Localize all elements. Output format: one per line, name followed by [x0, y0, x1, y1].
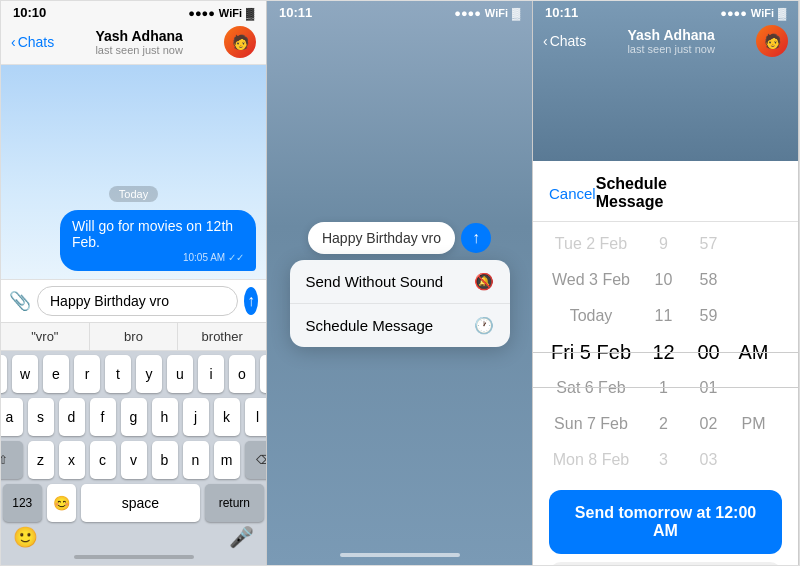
home-bar-1: [74, 555, 194, 559]
autocomplete-0[interactable]: "vro": [1, 323, 90, 350]
min-0[interactable]: 57: [686, 226, 731, 262]
day-4[interactable]: Sat 6 Feb: [541, 370, 641, 406]
send-scheduled-button[interactable]: Send tomorrow at 12:00 AM: [549, 490, 782, 554]
back-button-1[interactable]: ‹ Chats: [11, 34, 54, 50]
send-online-button[interactable]: Send When Online: [549, 562, 782, 565]
emoji-btn[interactable]: 🙂: [13, 525, 38, 549]
day-0[interactable]: Tue 2 Feb: [541, 226, 641, 262]
kb-row-4: 123 😊 space return: [3, 484, 264, 522]
context-item-1[interactable]: Schedule Message 🕐: [290, 304, 510, 347]
msg-float-container: Happy Birthday vro ↑ Send Without Sound …: [267, 22, 532, 547]
key-v[interactable]: v: [121, 441, 147, 479]
home-bar-2: [340, 553, 460, 557]
day-3[interactable]: Fri 5 Feb: [541, 334, 641, 370]
day-6[interactable]: Mon 8 Feb: [541, 442, 641, 478]
key-t[interactable]: t: [105, 355, 131, 393]
hour-4[interactable]: 1: [641, 370, 686, 406]
back-button-3[interactable]: ‹ Chats: [543, 33, 586, 49]
day-2[interactable]: Today: [541, 298, 641, 334]
key-g[interactable]: g: [121, 398, 147, 436]
key-z[interactable]: z: [28, 441, 54, 479]
key-a[interactable]: a: [1, 398, 23, 436]
ampm-1[interactable]: [731, 262, 776, 298]
min-3[interactable]: 00: [686, 334, 731, 370]
min-5[interactable]: 02: [686, 406, 731, 442]
header-3-wrapper: ‹ Chats Yash Adhana last seen just now 🧑: [533, 21, 798, 63]
send-button-1[interactable]: ↑: [244, 287, 258, 315]
key-d[interactable]: d: [59, 398, 85, 436]
wifi-icon: WiFi: [219, 7, 242, 19]
key-123[interactable]: 123: [3, 484, 42, 522]
autocomplete-2[interactable]: brother: [178, 323, 266, 350]
key-b[interactable]: b: [152, 441, 178, 479]
key-e[interactable]: e: [43, 355, 69, 393]
input-bar-1: 📎 ↑: [1, 279, 266, 322]
picker-day-col[interactable]: Tue 2 Feb Wed 3 Feb Today Fri 5 Feb Sat …: [541, 226, 641, 478]
autocomplete-1[interactable]: bro: [90, 323, 179, 350]
key-p[interactable]: p: [260, 355, 267, 393]
hour-2[interactable]: 11: [641, 298, 686, 334]
key-n[interactable]: n: [183, 441, 209, 479]
avatar-3[interactable]: 🧑: [756, 25, 788, 57]
key-i[interactable]: i: [198, 355, 224, 393]
picker-hour-col[interactable]: 9 10 11 12 1 2 3: [641, 226, 686, 478]
chevron-left-icon: ‹: [11, 34, 16, 50]
date-label: Today: [11, 184, 256, 202]
chevron-left-icon-3: ‹: [543, 33, 548, 49]
avatar-1[interactable]: 🧑: [224, 26, 256, 58]
key-shift[interactable]: ⇧: [1, 441, 23, 479]
hour-3[interactable]: 12: [641, 334, 686, 370]
key-x[interactable]: x: [59, 441, 85, 479]
time-2: 10:11: [279, 5, 312, 20]
key-w[interactable]: w: [12, 355, 38, 393]
sheet-header: Cancel Schedule Message: [533, 161, 798, 222]
key-f[interactable]: f: [90, 398, 116, 436]
key-space[interactable]: space: [81, 484, 200, 522]
key-q[interactable]: q: [1, 355, 7, 393]
hour-1[interactable]: 10: [641, 262, 686, 298]
key-l[interactable]: l: [245, 398, 268, 436]
key-h[interactable]: h: [152, 398, 178, 436]
message-input-1[interactable]: [37, 286, 238, 316]
attach-icon[interactable]: 📎: [9, 290, 31, 312]
back-label-3[interactable]: Chats: [550, 33, 587, 49]
ampm-2[interactable]: [731, 298, 776, 334]
ampm-6[interactable]: [731, 442, 776, 478]
key-j[interactable]: j: [183, 398, 209, 436]
back-label-1[interactable]: Chats: [18, 34, 55, 50]
day-1[interactable]: Wed 3 Feb: [541, 262, 641, 298]
day-5[interactable]: Sun 7 Feb: [541, 406, 641, 442]
send-btn-float[interactable]: ↑: [461, 223, 491, 253]
time-picker[interactable]: Tue 2 Feb Wed 3 Feb Today Fri 5 Feb Sat …: [533, 222, 798, 482]
cancel-button[interactable]: Cancel: [549, 185, 596, 202]
key-k[interactable]: k: [214, 398, 240, 436]
key-o[interactable]: o: [229, 355, 255, 393]
key-return[interactable]: return: [205, 484, 264, 522]
key-u[interactable]: u: [167, 355, 193, 393]
key-s[interactable]: s: [28, 398, 54, 436]
key-m[interactable]: m: [214, 441, 240, 479]
mic-btn[interactable]: 🎤: [229, 525, 254, 549]
ampm-0[interactable]: [731, 226, 776, 262]
ampm-4[interactable]: [731, 370, 776, 406]
hour-0[interactable]: 9: [641, 226, 686, 262]
min-2[interactable]: 59: [686, 298, 731, 334]
key-c[interactable]: c: [90, 441, 116, 479]
key-emoji[interactable]: 😊: [47, 484, 77, 522]
message-tick-1: ✓✓: [228, 252, 244, 263]
key-r[interactable]: r: [74, 355, 100, 393]
key-delete[interactable]: ⌫: [245, 441, 268, 479]
hour-6[interactable]: 3: [641, 442, 686, 478]
picker-min-col[interactable]: 57 58 59 00 01 02 03: [686, 226, 731, 478]
ampm-3[interactable]: AM: [731, 334, 776, 370]
key-y[interactable]: y: [136, 355, 162, 393]
chat-header-1: ‹ Chats Yash Adhana last seen just now 🧑: [1, 22, 266, 65]
min-1[interactable]: 58: [686, 262, 731, 298]
hour-5[interactable]: 2: [641, 406, 686, 442]
picker-ampm-col[interactable]: AM PM: [731, 226, 776, 478]
ampm-5[interactable]: PM: [731, 406, 776, 442]
context-label-0: Send Without Sound: [306, 273, 444, 290]
min-4[interactable]: 01: [686, 370, 731, 406]
context-item-0[interactable]: Send Without Sound 🔕: [290, 260, 510, 304]
min-6[interactable]: 03: [686, 442, 731, 478]
